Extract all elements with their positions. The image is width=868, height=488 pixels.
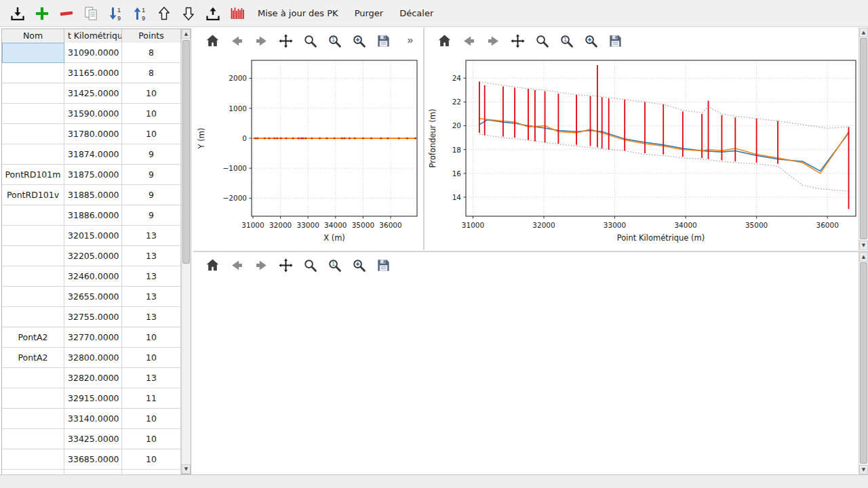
zoom-button[interactable]	[300, 256, 319, 274]
table-row[interactable]	[2, 470, 181, 474]
points-cell[interactable]: 13	[122, 287, 181, 307]
pk-cell[interactable]: 31090.0000	[64, 43, 122, 63]
save-button[interactable]	[606, 31, 625, 50]
nom-cell[interactable]	[2, 449, 64, 470]
bottom-plot-area[interactable]	[193, 278, 859, 474]
pk-cell[interactable]: 32770.0000	[64, 327, 122, 348]
shift-button[interactable]: Décaler	[393, 3, 440, 24]
pk-cell[interactable]: 33140.0000	[64, 409, 122, 429]
pk-cell[interactable]: 31874.0000	[64, 144, 122, 165]
sort-descending-button[interactable]: 19	[104, 3, 126, 24]
save-button[interactable]	[374, 31, 393, 50]
forward-button[interactable]	[252, 31, 271, 50]
table-row[interactable]: PontA232770.000010	[2, 327, 181, 348]
plots-scrollbar[interactable]: ▲ ▼	[859, 28, 868, 250]
home-button[interactable]	[435, 31, 454, 50]
scroll-up-button[interactable]: ▲	[859, 28, 868, 37]
points-cell[interactable]: 8	[122, 43, 181, 63]
scroll-thumb[interactable]	[182, 40, 190, 264]
pk-cell[interactable]: 32460.0000	[64, 266, 122, 287]
pan-button[interactable]	[508, 31, 527, 50]
table-row[interactable]: 31090.00008	[2, 43, 181, 63]
points-cell[interactable]: 13	[122, 307, 181, 327]
nom-cell[interactable]	[2, 144, 64, 165]
table-row[interactable]: 32460.000013	[2, 266, 181, 287]
table-row[interactable]: 32915.000011	[2, 388, 181, 409]
pk-cell[interactable]: 32800.0000	[64, 348, 122, 368]
points-cell[interactable]: 13	[122, 266, 181, 287]
pk-cell[interactable]: 31780.0000	[64, 124, 122, 144]
pk-cell[interactable]: 33685.0000	[64, 449, 122, 470]
points-cell[interactable]: 9	[122, 185, 181, 205]
table-row[interactable]: 31425.000010	[2, 83, 181, 104]
nom-cell[interactable]	[2, 368, 64, 388]
points-cell[interactable]: 10	[122, 104, 181, 124]
pk-cell[interactable]: 33425.0000	[64, 429, 122, 449]
table-row[interactable]: 32655.000013	[2, 287, 181, 307]
points-cell[interactable]: 13	[122, 368, 181, 388]
add-row-button[interactable]	[31, 3, 53, 24]
table-row[interactable]: 31886.00009	[2, 205, 181, 226]
nom-cell[interactable]	[2, 307, 64, 327]
table-row[interactable]: 33140.000010	[2, 409, 181, 429]
scroll-down-button[interactable]: ▼	[859, 465, 868, 474]
pk-cell[interactable]: 31875.0000	[64, 165, 122, 185]
points-cell[interactable]: 10	[122, 348, 181, 368]
sort-ascending-button[interactable]: 19	[129, 3, 151, 24]
bottom-scrollbar[interactable]: ▲ ▼	[859, 252, 868, 474]
zoom-plus-button[interactable]	[349, 31, 368, 50]
pk-cell[interactable]: 32205.0000	[64, 246, 122, 266]
pk-cell[interactable]: 32755.0000	[64, 307, 122, 327]
back-button[interactable]	[227, 31, 246, 50]
pk-cell[interactable]: 31886.0000	[64, 205, 122, 226]
points-cell[interactable]: 10	[122, 83, 181, 104]
table-row[interactable]: 31780.000010	[2, 124, 181, 144]
profile-plot-figure[interactable]: 3100032000330003400035000360001416182022…	[425, 54, 859, 250]
back-button[interactable]	[459, 31, 478, 50]
zoom-button[interactable]	[300, 31, 319, 50]
nom-cell[interactable]	[2, 63, 64, 83]
points-cell[interactable]: 11	[122, 388, 181, 409]
nom-cell[interactable]	[2, 266, 64, 287]
nom-cell[interactable]	[2, 205, 64, 226]
nom-cell[interactable]	[2, 388, 64, 409]
pk-cell[interactable]: 32915.0000	[64, 388, 122, 409]
scroll-up-button[interactable]: ▲	[182, 29, 191, 39]
nom-cell[interactable]	[2, 226, 64, 246]
save-button[interactable]	[374, 256, 393, 274]
points-cell[interactable]: 10	[122, 124, 181, 144]
scroll-down-button[interactable]: ▼	[182, 464, 191, 474]
table-row[interactable]: 33685.000010	[2, 449, 181, 470]
pan-button[interactable]	[276, 31, 295, 50]
table-row[interactable]: PontRD101v31885.00009	[2, 185, 181, 205]
pk-cell[interactable]: 32655.0000	[64, 287, 122, 307]
column-header-nom[interactable]: Nom	[2, 29, 64, 43]
copy-button[interactable]	[80, 3, 102, 24]
table-row[interactable]: 32205.000013	[2, 246, 181, 266]
nom-cell[interactable]	[2, 124, 64, 144]
points-cell[interactable]: 9	[122, 144, 181, 165]
scroll-up-button[interactable]: ▲	[859, 252, 868, 262]
zoom-plus-button[interactable]	[349, 256, 368, 274]
forward-button[interactable]	[252, 256, 271, 274]
nom-cell[interactable]	[2, 409, 64, 429]
zoom-one-button[interactable]: 1	[325, 31, 344, 50]
pk-cell[interactable]: 31590.0000	[64, 104, 122, 124]
nom-cell[interactable]	[2, 83, 64, 104]
xy-plot-figure[interactable]: 310003200033000340003500036000−2000−1000…	[193, 54, 422, 250]
zoom-one-button[interactable]: 1	[557, 31, 576, 50]
pk-cell[interactable]: 31425.0000	[64, 83, 122, 104]
table-row[interactable]: 33425.000010	[2, 429, 181, 449]
export-button[interactable]	[202, 3, 224, 24]
table-row[interactable]: PontA232800.000010	[2, 348, 181, 368]
column-header-pk[interactable]: t Kilométrique	[64, 29, 122, 43]
points-cell[interactable]: 10	[122, 449, 181, 470]
pk-cell[interactable]: 31885.0000	[64, 185, 122, 205]
zoom-plus-button[interactable]	[581, 31, 600, 50]
profiles-button[interactable]	[226, 3, 248, 24]
pk-cell[interactable]: 31165.0000	[64, 63, 122, 83]
toolbar-overflow-button[interactable]: »	[403, 33, 417, 46]
remove-row-button[interactable]	[56, 3, 77, 24]
points-cell[interactable]: 13	[122, 226, 181, 246]
update-pk-button[interactable]: Mise à jour des PK	[251, 3, 345, 24]
